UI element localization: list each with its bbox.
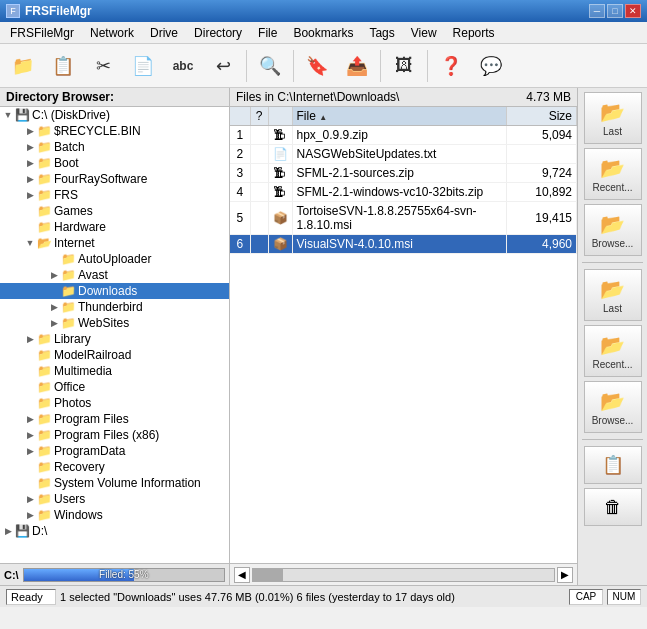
expand-internet[interactable]: ▼ bbox=[24, 237, 36, 249]
menu-frsfilemgr[interactable]: FRSFileMgr bbox=[2, 22, 82, 43]
toolbar-copy-btn[interactable]: 📋 bbox=[44, 47, 82, 85]
toolbar-cut-btn[interactable]: ✂ bbox=[84, 47, 122, 85]
tree-item-users[interactable]: ▶ 📁 Users bbox=[0, 491, 229, 507]
tree-item-avast[interactable]: ▶ 📁 Avast bbox=[0, 267, 229, 283]
toolbar-upload-btn[interactable]: 📤 bbox=[338, 47, 376, 85]
menu-drive[interactable]: Drive bbox=[142, 22, 186, 43]
tree-item-sysvolinfo[interactable]: 📁 System Volume Information bbox=[0, 475, 229, 491]
tree-item-internet[interactable]: ▼ 📂 Internet bbox=[0, 235, 229, 251]
tree-item-library[interactable]: ▶ 📁 Library bbox=[0, 331, 229, 347]
files-scrollbar[interactable] bbox=[252, 568, 555, 582]
minimize-button[interactable]: ─ bbox=[589, 4, 605, 18]
table-row[interactable]: 4 🗜 SFML-2.1-windows-vc10-32bits.zip 10,… bbox=[230, 183, 577, 202]
file-check[interactable] bbox=[250, 145, 268, 164]
expand-photos[interactable] bbox=[24, 397, 36, 409]
toolbar-comment-btn[interactable]: 💬 bbox=[472, 47, 510, 85]
tree-item-photos[interactable]: 📁 Photos bbox=[0, 395, 229, 411]
menu-tags[interactable]: Tags bbox=[361, 22, 402, 43]
file-check[interactable] bbox=[250, 235, 268, 254]
tree-item-multimedia[interactable]: 📁 Multimedia bbox=[0, 363, 229, 379]
close-button[interactable]: ✕ bbox=[625, 4, 641, 18]
tree-item-windows[interactable]: ▶ 📁 Windows bbox=[0, 507, 229, 523]
expand-batch[interactable]: ▶ bbox=[24, 141, 36, 153]
expand-games[interactable] bbox=[24, 205, 36, 217]
file-check[interactable] bbox=[250, 126, 268, 145]
expand-frs[interactable]: ▶ bbox=[24, 189, 36, 201]
toolbar-bookmark-btn[interactable]: 🔖 bbox=[298, 47, 336, 85]
tree-item-fourray[interactable]: ▶ 📁 FourRaySoftware bbox=[0, 171, 229, 187]
expand-avast[interactable]: ▶ bbox=[48, 269, 60, 281]
right-recent-btn-top[interactable]: 📂 Recent... bbox=[584, 148, 642, 200]
expand-websites[interactable]: ▶ bbox=[48, 317, 60, 329]
right-copy-btn[interactable]: 📋 bbox=[584, 446, 642, 484]
menu-file[interactable]: File bbox=[250, 22, 285, 43]
expand-hardware[interactable] bbox=[24, 221, 36, 233]
expand-multimedia[interactable] bbox=[24, 365, 36, 377]
expand-fourray[interactable]: ▶ bbox=[24, 173, 36, 185]
toolbar-help-btn[interactable]: ❓ bbox=[432, 47, 470, 85]
table-row[interactable]: 2 📄 NASGWebSiteUpdates.txt bbox=[230, 145, 577, 164]
toolbar-image-btn[interactable]: 🖼 bbox=[385, 47, 423, 85]
menu-bookmarks[interactable]: Bookmarks bbox=[285, 22, 361, 43]
expand-programfiles[interactable]: ▶ bbox=[24, 413, 36, 425]
expand-programfilesx86[interactable]: ▶ bbox=[24, 429, 36, 441]
expand-autouploader[interactable] bbox=[48, 253, 60, 265]
tree-item-recovery[interactable]: 📁 Recovery bbox=[0, 459, 229, 475]
tree-item-games[interactable]: 📁 Games bbox=[0, 203, 229, 219]
col-header-check[interactable]: ? bbox=[250, 107, 268, 126]
col-header-file[interactable]: File ▲ bbox=[292, 107, 507, 126]
right-delete-btn[interactable]: 🗑 bbox=[584, 488, 642, 526]
right-last-btn-top[interactable]: 📂 Last bbox=[584, 92, 642, 144]
toolbar-browse-btn[interactable]: 🔍 bbox=[251, 47, 289, 85]
right-browse-btn-bottom[interactable]: 📂 Browse... bbox=[584, 381, 642, 433]
tree-item-downloads[interactable]: 📁 Downloads bbox=[0, 283, 229, 299]
tree-item-boot[interactable]: ▶ 📁 Boot bbox=[0, 155, 229, 171]
tree-item-c-drive[interactable]: ▼ 💾 C:\ (DiskDrive) bbox=[0, 107, 229, 123]
maximize-button[interactable]: □ bbox=[607, 4, 623, 18]
nav-left-btn[interactable]: ◀ bbox=[234, 567, 250, 583]
table-row[interactable]: 6 📦 VisualSVN-4.0.10.msi 4,960 bbox=[230, 235, 577, 254]
expand-programdata[interactable]: ▶ bbox=[24, 445, 36, 457]
right-recent-btn-bottom[interactable]: 📂 Recent... bbox=[584, 325, 642, 377]
tree-item-programfilesx86[interactable]: ▶ 📁 Program Files (x86) bbox=[0, 427, 229, 443]
tree-item-batch[interactable]: ▶ 📁 Batch bbox=[0, 139, 229, 155]
toolbar-rename-btn[interactable]: abc bbox=[164, 47, 202, 85]
tree-item-programfiles[interactable]: ▶ 📁 Program Files bbox=[0, 411, 229, 427]
right-last-btn-bottom[interactable]: 📂 Last bbox=[584, 269, 642, 321]
file-check[interactable] bbox=[250, 183, 268, 202]
menu-directory[interactable]: Directory bbox=[186, 22, 250, 43]
expand-windows[interactable]: ▶ bbox=[24, 509, 36, 521]
file-check[interactable] bbox=[250, 202, 268, 235]
files-table-container[interactable]: ? File ▲ Size 1 🗜 hpx_0.9.9.zip 5,094 2 … bbox=[230, 107, 577, 563]
expand-recovery[interactable] bbox=[24, 461, 36, 473]
tree-item-recycle[interactable]: ▶ 📁 $RECYCLE.BIN bbox=[0, 123, 229, 139]
tree-item-websites[interactable]: ▶ 📁 WebSites bbox=[0, 315, 229, 331]
tree-item-office[interactable]: 📁 Office bbox=[0, 379, 229, 395]
expand-thunderbird[interactable]: ▶ bbox=[48, 301, 60, 313]
expand-c-drive[interactable]: ▼ bbox=[2, 109, 14, 121]
directory-tree[interactable]: ▼ 💾 C:\ (DiskDrive) ▶ 📁 $RECYCLE.BIN ▶ 📁… bbox=[0, 107, 229, 563]
expand-d-drive[interactable]: ▶ bbox=[2, 525, 14, 537]
tree-item-hardware[interactable]: 📁 Hardware bbox=[0, 219, 229, 235]
expand-sysvolinfo[interactable] bbox=[24, 477, 36, 489]
table-row[interactable]: 1 🗜 hpx_0.9.9.zip 5,094 bbox=[230, 126, 577, 145]
toolbar-open-btn[interactable]: 📁 bbox=[4, 47, 42, 85]
toolbar-paste-btn[interactable]: 📄 bbox=[124, 47, 162, 85]
menu-view[interactable]: View bbox=[403, 22, 445, 43]
right-browse-btn-top[interactable]: 📂 Browse... bbox=[584, 204, 642, 256]
expand-users[interactable]: ▶ bbox=[24, 493, 36, 505]
toolbar-undo-btn[interactable]: ↩ bbox=[204, 47, 242, 85]
menu-network[interactable]: Network bbox=[82, 22, 142, 43]
tree-item-thunderbird[interactable]: ▶ 📁 Thunderbird bbox=[0, 299, 229, 315]
tree-item-d-drive[interactable]: ▶ 💾 D:\ bbox=[0, 523, 229, 539]
expand-library[interactable]: ▶ bbox=[24, 333, 36, 345]
expand-downloads[interactable] bbox=[48, 285, 60, 297]
tree-item-frs[interactable]: ▶ 📁 FRS bbox=[0, 187, 229, 203]
tree-item-modelrailroad[interactable]: 📁 ModelRailroad bbox=[0, 347, 229, 363]
expand-modelrailroad[interactable] bbox=[24, 349, 36, 361]
menu-reports[interactable]: Reports bbox=[445, 22, 503, 43]
expand-recycle[interactable]: ▶ bbox=[24, 125, 36, 137]
table-row[interactable]: 3 🗜 SFML-2.1-sources.zip 9,724 bbox=[230, 164, 577, 183]
tree-item-programdata[interactable]: ▶ 📁 ProgramData bbox=[0, 443, 229, 459]
expand-office[interactable] bbox=[24, 381, 36, 393]
